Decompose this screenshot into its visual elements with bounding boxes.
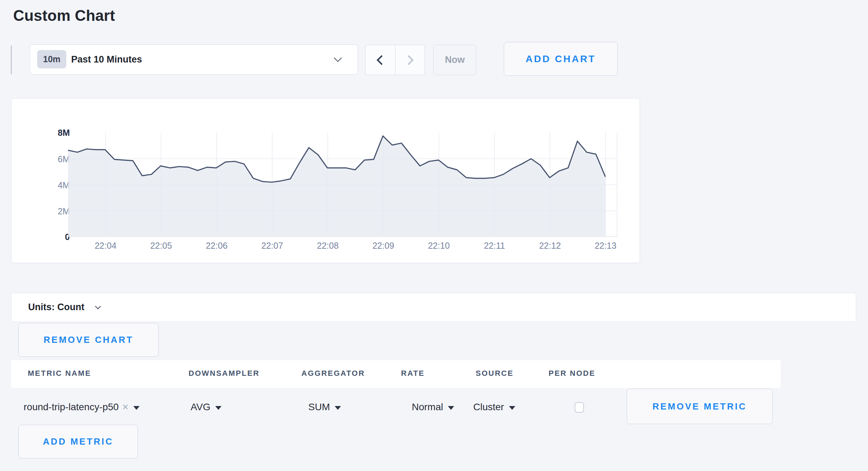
close-icon[interactable]: × [122, 401, 128, 413]
units-dropdown[interactable]: Units: Count [11, 293, 856, 322]
remove-metric-button[interactable]: REMOVE METRIC [627, 389, 773, 424]
source-value: Cluster [473, 402, 504, 413]
x-axis-tick: 22:04 [81, 240, 130, 251]
time-step-button-group [365, 45, 425, 75]
chart-svg [68, 133, 618, 237]
x-axis-tick: 22:09 [359, 240, 408, 251]
time-range-label: Past 10 Minutes [71, 45, 142, 74]
page-title: Custom Chart [13, 7, 115, 24]
y-axis-tick: 2M [32, 206, 70, 216]
per-node-checkbox[interactable] [575, 402, 584, 413]
now-button[interactable]: Now [433, 45, 476, 75]
custom-chart-page: Custom Chart 10m Past 10 Minutes Now ADD… [0, 0, 868, 471]
column-header-aggregator: AGGREGATOR [301, 369, 365, 378]
x-axis-tick: 22:11 [470, 240, 519, 251]
y-axis-tick: 0 [32, 232, 70, 242]
chevron-down-icon [95, 304, 101, 309]
y-axis-tick: 8M [32, 127, 70, 138]
column-header-per-node: PER NODE [549, 369, 595, 378]
time-range-badge: 10m [37, 50, 66, 68]
y-axis-tick: 4M [32, 180, 70, 190]
metric-name-dropdown[interactable]: round-trip-latency-p50 × [24, 397, 140, 417]
remove-chart-button[interactable]: REMOVE CHART [18, 323, 159, 357]
column-header-metric-name: METRIC NAME [28, 369, 91, 378]
downsampler-dropdown[interactable]: AVG [191, 397, 222, 417]
chart-card: 8M6M4M2M0 22:0422:0522:0622:0722:0822:09… [11, 98, 640, 263]
time-range-dropdown[interactable]: 10m Past 10 Minutes [30, 44, 358, 75]
x-axis-tick: 22:07 [248, 240, 297, 251]
next-time-button[interactable] [395, 45, 425, 75]
x-axis-tick: 22:13 [581, 240, 630, 251]
caret-down-icon [509, 406, 515, 410]
caret-down-icon [448, 406, 454, 410]
x-axis-tick: 22:05 [137, 240, 185, 251]
x-axis-tick: 22:06 [192, 240, 241, 251]
downsampler-value: AVG [191, 402, 210, 413]
toolbar-left-rule [11, 46, 12, 74]
caret-down-icon [215, 406, 222, 410]
units-label: Units: Count [28, 293, 84, 321]
add-metric-button[interactable]: ADD METRIC [18, 425, 138, 458]
rate-dropdown[interactable]: Normal [412, 397, 454, 417]
add-chart-button[interactable]: ADD CHART [504, 42, 618, 76]
caret-down-icon [133, 406, 140, 410]
rate-value: Normal [412, 402, 443, 413]
x-axis-tick: 22:08 [303, 240, 352, 251]
column-header-downsampler: DOWNSAMPLER [189, 369, 260, 378]
column-header-rate: RATE [401, 369, 425, 378]
chevron-down-icon [334, 54, 342, 62]
chevron-right-icon [404, 55, 414, 65]
x-axis-tick: 22:12 [526, 240, 574, 251]
chevron-left-icon [377, 55, 386, 65]
metric-name-value: round-trip-latency-p50 [24, 402, 119, 413]
area-chart-plot [68, 133, 618, 237]
aggregator-value: SUM [308, 402, 330, 413]
previous-time-button[interactable] [366, 45, 395, 75]
caret-down-icon [335, 406, 341, 410]
source-dropdown[interactable]: Cluster [473, 397, 515, 417]
y-axis-tick: 6M [32, 154, 70, 164]
metrics-table-header: METRIC NAMEDOWNSAMPLERAGGREGATORRATESOUR… [11, 360, 781, 388]
column-header-source: SOURCE [476, 369, 514, 378]
x-axis-tick: 22:10 [415, 240, 463, 251]
aggregator-dropdown[interactable]: SUM [308, 397, 341, 417]
